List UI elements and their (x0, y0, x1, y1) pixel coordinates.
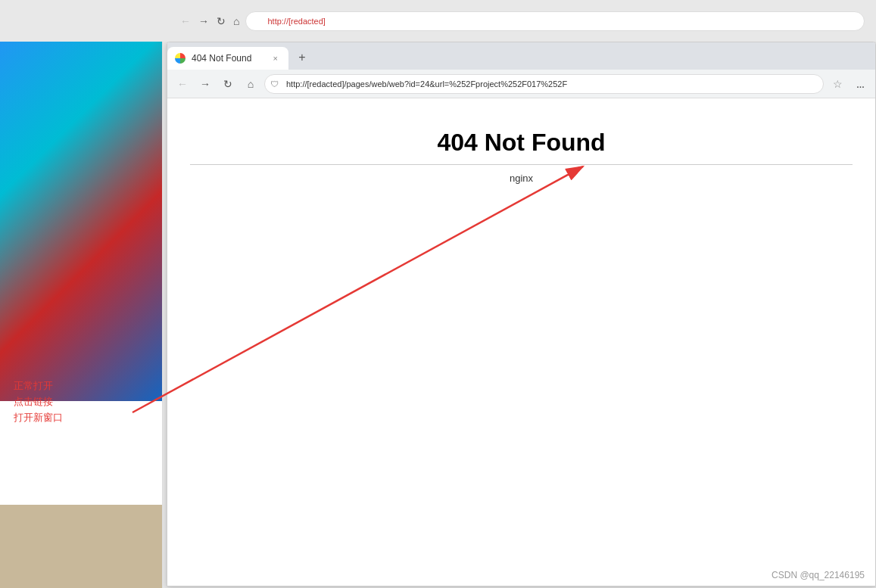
sidebar-background-image (0, 38, 163, 401)
csdn-watermark: CSDN @qq_22146195 (772, 570, 865, 580)
outer-chrome: ← → ↻ ⌂ http://[redacted] (0, 0, 876, 42)
inner-address-wrapper: 🛡 http://[redacted]/pages/web/web?id=24&… (264, 74, 824, 94)
annotation-line1: 正常打开 (14, 378, 63, 394)
sidebar-bottom (0, 505, 163, 588)
annotation-text: 正常打开 点击链接 打开新窗口 (14, 378, 63, 425)
more-options-button[interactable]: ... (851, 75, 869, 93)
annotation-line3: 打开新窗口 (14, 410, 63, 426)
inner-browser: 404 Not Found × + ← → ↻ ⌂ 🛡 http://[reda… (167, 42, 876, 586)
sidebar (0, 0, 163, 588)
page-404-title: 404 Not Found (190, 121, 853, 157)
tab-close-button[interactable]: × (270, 52, 281, 64)
inner-browser-tab[interactable]: 404 Not Found × (167, 47, 288, 70)
page-divider (190, 164, 853, 165)
outer-browser: ← → ↻ ⌂ http://[redacted] 404 Not Found … (0, 0, 876, 588)
outer-nav-buttons: ← → ↻ ⌂ (178, 13, 242, 30)
inner-forward-button[interactable]: → (196, 75, 214, 93)
inner-home-button[interactable]: ⌂ (242, 75, 260, 93)
outer-home-button[interactable]: ⌂ (231, 13, 242, 30)
address-shield-icon: 🛡 (270, 79, 279, 89)
annotation-line2: 点击链接 (14, 394, 63, 410)
inner-tab-bar: 404 Not Found × + (167, 42, 875, 70)
outer-address-bar: ← → ↻ ⌂ http://[redacted] (167, 8, 876, 35)
new-tab-button[interactable]: + (291, 47, 313, 68)
tab-favicon-icon (175, 53, 185, 64)
outer-back-button[interactable]: ← (178, 13, 193, 30)
outer-address-input[interactable]: http://[redacted] (245, 11, 865, 31)
inner-address-bar: ← → ↻ ⌂ 🛡 http://[redacted]/pages/web/we… (167, 70, 875, 98)
tab-title: 404 Not Found (192, 53, 264, 64)
outer-refresh-button[interactable]: ↻ (214, 13, 228, 30)
outer-forward-button[interactable]: → (196, 13, 211, 30)
inner-refresh-button[interactable]: ↻ (219, 75, 237, 93)
bookmark-star-icon[interactable]: ☆ (828, 75, 846, 93)
nginx-label: nginx (190, 173, 853, 184)
inner-back-button[interactable]: ← (173, 75, 192, 93)
page-404-content: 404 Not Found nginx (167, 98, 875, 207)
inner-address-input[interactable]: http://[redacted]/pages/web/web?id=24&ur… (264, 74, 824, 94)
